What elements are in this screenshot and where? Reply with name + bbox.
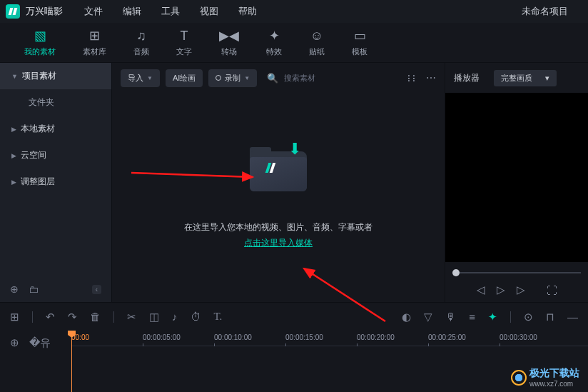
titlebar: 万兴喵影 文件 编辑 工具 视图 帮助 未命名项目 [0,0,588,23]
sidebar-item-cloud[interactable]: ▶云空间 [0,142,111,169]
watermark-logo-icon [511,370,527,386]
effects-icon: ✦ [269,28,280,44]
text-icon: T [181,28,188,44]
sidebar-item-adjust-layer[interactable]: ▶调整图层 [0,169,111,195]
stickers-icon: ☺ [310,28,323,44]
project-name: 未命名项目 [522,5,568,18]
next-frame-button[interactable]: ▷ [517,283,525,296]
search-input[interactable] [284,74,341,82]
timeline-toolbar: ⊞ ↶ ↷ 🗑 ✂ ◫ ♪ ⏱ T. ◐ ▽ 🎙 ≡ ✦ ⊙ ⊓ — [0,302,588,331]
chevron-down-icon: ▾ [545,74,549,83]
sidebar-item-project-media[interactable]: ▼项目素材 [0,63,111,89]
import-drop-area[interactable]: ⬇ 在这里导入您本地的视频、图片、音频、字幕或者 点击这里导入媒体 [112,93,445,302]
mixer-icon[interactable]: ≡ [469,311,475,323]
sidebar-footer: ⊕ 🗀 ‹ [0,279,111,299]
chevron-right-icon: ▶ [11,126,16,133]
import-hint: 在这里导入您本地的视频、图片、音频、字幕或者 点击这里导入媒体 [184,220,372,251]
timeline-track-controls: ⊕ �유 [0,331,71,392]
timeline: ⊕ �유 00:00 00:00:05:00 00:00:10:00 00:00… [0,331,588,392]
ai-draw-button[interactable]: AI绘画 [166,69,203,87]
player-header: 播放器 完整画质▾ [445,63,588,93]
zoom-fit-icon[interactable]: — [567,311,578,323]
link-track-icon[interactable]: �유 [29,336,51,386]
tab-text[interactable]: T文字 [166,25,202,60]
auto-icon[interactable]: ✦ [488,311,497,323]
playhead[interactable] [71,331,72,392]
stock-icon: ⊞ [89,28,100,44]
circle-icon[interactable]: ◐ [402,311,411,323]
app-logo-icon [6,4,20,19]
app-name: 万兴喵影 [26,5,63,18]
sidebar-item-local[interactable]: ▶本地素材 [0,116,111,142]
tab-stock[interactable]: ⊞素材库 [73,25,116,60]
player-controls: ◁ ▷ ▷ ⛶ [445,278,588,302]
chevron-right-icon: ▶ [11,179,16,186]
quality-select[interactable]: 完整画质▾ [494,70,557,86]
folder-icon[interactable]: 🗀 [29,283,39,295]
player-viewport[interactable] [445,93,588,262]
import-button[interactable]: 导入▼ [121,69,160,87]
scrubber-handle[interactable] [452,269,460,276]
chevron-down-icon: ▼ [11,73,18,80]
new-bin-icon[interactable]: ⊕ [10,283,19,295]
text-tool-icon[interactable]: T. [214,311,223,323]
chevron-down-icon: ▼ [147,75,153,81]
cut-icon[interactable]: ✂ [127,311,136,323]
record-button[interactable]: 录制▼ [208,69,257,87]
mic-icon[interactable]: 🎙 [445,311,456,323]
category-toolbar: ▧我的素材 ⊞素材库 ♫音频 T文字 ▶◀转场 ✦特效 ☺贴纸 ▭模板 [0,23,588,63]
search-icon: 🔍 [267,73,278,84]
undo-icon[interactable]: ↶ [46,311,55,323]
fullscreen-button[interactable]: ⛶ [547,284,557,296]
media-panel: 导入▼ AI绘画 录制▼ 🔍 ⫶⫶ ⋯ ⬇ 在这里导入您本地的视频、图片、音频、… [111,63,445,302]
crop-icon[interactable]: ◫ [149,311,159,323]
folder-import-icon: ⬇ [250,144,307,191]
marker-icon[interactable]: ▽ [424,311,432,323]
audio-icon[interactable]: ♪ [172,311,178,323]
tab-effects[interactable]: ✦特效 [256,25,292,60]
media-toolbar: 导入▼ AI绘画 录制▼ 🔍 ⫶⫶ ⋯ [112,63,445,93]
grid-icon[interactable]: ⊞ [10,311,19,323]
menu-tools[interactable]: 工具 [161,5,180,18]
snap-icon[interactable]: ⊓ [546,311,554,323]
menu-file[interactable]: 文件 [84,5,103,18]
tick-2: 00:00:10:00 [214,333,252,341]
menu-help[interactable]: 帮助 [238,5,257,18]
tick-6: 00:00:30:00 [500,333,537,341]
watermark-url: www.xz7.com [529,380,579,388]
record-icon [216,75,221,81]
timeline-ruler[interactable]: 00:00 00:00:05:00 00:00:10:00 00:00:15:0… [71,331,588,346]
add-track-icon[interactable]: ⊕ [10,336,19,386]
tick-5: 00:00:25:00 [428,333,466,341]
import-link[interactable]: 点击这里导入媒体 [244,238,313,248]
tick-4: 00:00:20:00 [357,333,395,341]
play-button[interactable]: ▷ [497,283,505,296]
prev-frame-button[interactable]: ◁ [477,283,485,296]
watermark: 极光下载站 www.xz7.com [511,367,579,388]
redo-icon[interactable]: ↷ [68,311,77,323]
tab-transition[interactable]: ▶◀转场 [209,25,249,60]
sidebar-item-folder[interactable]: 文件夹 [0,89,111,116]
tab-stickers[interactable]: ☺贴纸 [299,25,335,60]
delete-icon[interactable]: 🗑 [90,311,101,323]
tick-3: 00:00:15:00 [285,333,323,341]
watermark-brand: 极光下载站 [529,367,579,380]
main-menu: 文件 编辑 工具 视图 帮助 [84,5,257,18]
collapse-sidebar-button[interactable]: ‹ [92,285,101,294]
tab-my-media[interactable]: ▧我的素材 [14,25,66,60]
menu-edit[interactable]: 编辑 [123,5,141,18]
download-arrow-icon: ⬇ [288,140,301,159]
tab-templates[interactable]: ▭模板 [342,25,377,60]
menu-view[interactable]: 视图 [200,5,218,18]
player-tab[interactable]: 播放器 [454,72,480,84]
chevron-right-icon: ▶ [11,152,16,159]
link-icon[interactable]: ⊙ [524,311,533,323]
filter-icon[interactable]: ⫶⫶ [406,72,416,84]
tick-1: 00:00:05:00 [143,333,181,341]
tab-audio[interactable]: ♫音频 [123,25,159,60]
player-scrubber[interactable] [452,271,581,275]
chevron-down-icon: ▼ [244,75,250,81]
player-panel: 播放器 完整画质▾ ◁ ▷ ▷ ⛶ [445,63,588,302]
speed-icon[interactable]: ⏱ [191,311,201,323]
more-icon[interactable]: ⋯ [426,72,436,84]
